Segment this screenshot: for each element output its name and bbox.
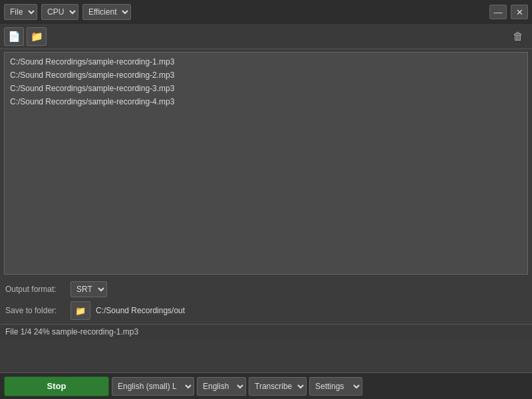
title-bar: File CPU Efficient — ✕ <box>0 0 532 24</box>
close-button[interactable]: ✕ <box>511 5 528 19</box>
save-folder-label: Save to folder: <box>5 306 65 315</box>
file-list[interactable]: C:/Sound Recordings/sample-recording-1.m… <box>4 52 528 275</box>
add-folder-button[interactable]: 📁 <box>27 27 47 46</box>
toolbar: 📄 📁 🗑 <box>0 24 532 49</box>
minimize-button[interactable]: — <box>489 5 507 19</box>
file-item[interactable]: C:/Sound Recordings/sample-recording-4.m… <box>7 95 525 108</box>
stop-button[interactable]: Stop <box>4 376 109 396</box>
cpu-dropdown[interactable]: CPU <box>41 4 78 20</box>
efficient-dropdown[interactable]: Efficient <box>82 4 131 20</box>
title-bar-left: File CPU Efficient <box>4 4 485 20</box>
language-select[interactable]: English (small) LEnglish (medium)English… <box>112 377 194 396</box>
toolbar-left: 📄 📁 <box>4 27 47 46</box>
output-format-row: Output format: SRTTXTVTTSBV <box>5 281 527 297</box>
delete-button[interactable]: 🗑 <box>508 27 528 46</box>
add-folder-icon: 📁 <box>31 31 43 43</box>
file-item[interactable]: C:/Sound Recordings/sample-recording-1.m… <box>7 55 525 68</box>
bottom-controls: Output format: SRTTXTVTTSBV Save to fold… <box>0 277 532 324</box>
title-bar-dropdowns: File CPU Efficient <box>4 4 131 20</box>
translation-select[interactable]: EnglishSpanishFrenchGerman <box>197 377 246 396</box>
save-folder-path: C:/Sound Recordings/out <box>96 306 185 315</box>
progress-text: File 1/4 24% sample-recording-1.mp3 <box>5 327 138 336</box>
output-format-select[interactable]: SRTTXTVTTSBV <box>70 281 107 297</box>
file-dropdown[interactable]: File <box>4 4 37 20</box>
browse-folder-button[interactable]: 📁 <box>70 301 90 320</box>
output-format-label: Output format: <box>5 285 65 294</box>
file-item[interactable]: C:/Sound Recordings/sample-recording-3.m… <box>7 82 525 95</box>
mode-select[interactable]: TranscribeTranslate <box>249 377 307 396</box>
settings-select[interactable]: Settings <box>309 377 362 396</box>
save-folder-row: Save to folder: 📁 C:/Sound Recordings/ou… <box>5 301 527 320</box>
progress-row: File 1/4 24% sample-recording-1.mp3 <box>0 324 532 339</box>
trash-icon: 🗑 <box>513 31 523 43</box>
action-bar: Stop English (small) LEnglish (medium)En… <box>0 372 532 399</box>
file-item[interactable]: C:/Sound Recordings/sample-recording-2.m… <box>7 68 525 82</box>
add-file-icon: 📄 <box>8 31 21 43</box>
add-file-button[interactable]: 📄 <box>4 27 24 46</box>
